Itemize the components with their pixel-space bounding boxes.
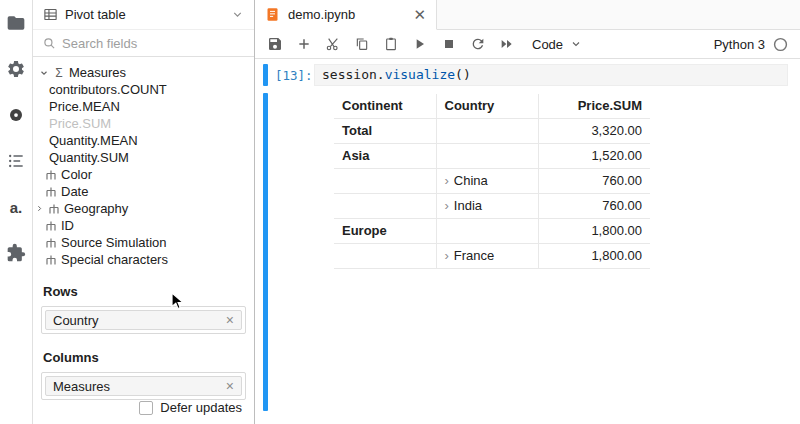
tree-item-hierarchy[interactable]: Source Simulation (33, 234, 254, 251)
columns-drop-zone[interactable]: Measures × (41, 372, 246, 400)
hierarchy-icon (48, 203, 60, 215)
notebook-file-icon (265, 7, 280, 22)
tree-item-measure[interactable]: Quantity.MEAN (33, 132, 254, 149)
chevron-right-icon[interactable] (35, 204, 44, 213)
search-icon (43, 37, 56, 50)
tree-item-measure[interactable]: Price.MEAN (33, 98, 254, 115)
pivot-editor-panel: Pivot table Σ Measures contributors.COUN… (33, 0, 254, 424)
tree-item-measure[interactable]: contributors.COUNT (33, 81, 254, 98)
file-browser-icon[interactable] (5, 12, 27, 34)
tree-item-measures[interactable]: Σ Measures (33, 64, 254, 81)
column-header: Price.SUM (538, 94, 650, 118)
chevron-down-icon[interactable] (39, 68, 49, 78)
cell-type-value: Code (532, 37, 563, 52)
notebook-area: demo.ipynb ✕ (255, 0, 800, 424)
tree-item-measure[interactable]: Quantity.SUM (33, 149, 254, 166)
tree-item-measure-disabled[interactable]: Price.SUM (33, 115, 254, 132)
widget-type-select[interactable]: Pivot table (33, 0, 254, 30)
hierarchy-icon (45, 186, 57, 198)
paste-cells-button[interactable] (383, 36, 399, 52)
tree-item-hierarchy[interactable]: Date (33, 183, 254, 200)
table-of-contents-icon[interactable] (5, 150, 27, 172)
run-cell-button[interactable] (412, 36, 428, 52)
table-row: Europe 1,800.00 (334, 218, 650, 243)
defer-updates-row: Defer updates (33, 400, 254, 424)
sigma-icon: Σ (53, 66, 65, 80)
hierarchy-icon (45, 254, 57, 266)
rows-drop-zone[interactable]: Country × (41, 306, 246, 334)
remove-field-icon[interactable]: × (226, 379, 234, 393)
table-row: ›China 760.00 (334, 168, 650, 193)
rows-section-label: Rows (33, 284, 254, 300)
code-cell-input: [13]: session.visualize() (263, 64, 788, 86)
kernel-idle-icon[interactable] (773, 37, 788, 52)
code-object: session. (322, 67, 385, 82)
tree-item-hierarchy[interactable]: Color (33, 166, 254, 183)
tree-item-hierarchy[interactable]: Special characters (33, 251, 254, 268)
code-call: () (455, 67, 471, 82)
save-button[interactable] (267, 36, 283, 52)
hierarchy-icon (45, 169, 57, 181)
insert-cell-button[interactable] (296, 36, 312, 52)
input-prompt: [13]: (268, 64, 314, 86)
defer-updates-label: Defer updates (160, 400, 242, 415)
tree-item-hierarchy[interactable]: ID (33, 217, 254, 234)
atoti-logo-text: a. (10, 199, 23, 216)
notebook-content: [13]: session.visualize() Continent Coun… (255, 59, 800, 424)
column-header: Continent (334, 94, 436, 118)
hierarchy-icon (45, 237, 57, 249)
code-cell-output: Continent Country Price.SUM Total 3,320.… (263, 93, 788, 411)
tree-item-label: Measures (69, 65, 126, 80)
close-tab-icon[interactable]: ✕ (413, 6, 426, 24)
search-fields-input[interactable] (62, 36, 244, 51)
restart-run-all-button[interactable] (499, 36, 515, 52)
table-row: ›India 760.00 (334, 193, 650, 218)
pivot-table-icon (43, 7, 58, 22)
tab-demo-ipynb[interactable]: demo.ipynb ✕ (255, 0, 437, 30)
app-window: a. Pivot table Σ Measures contributors.C… (0, 0, 800, 424)
defer-updates-checkbox[interactable] (139, 401, 153, 415)
widget-type-label: Pivot table (65, 7, 224, 22)
kernel-status-area: Python 3 (714, 37, 788, 52)
remove-field-icon[interactable]: × (226, 313, 234, 327)
activity-bar: a. (0, 0, 33, 424)
code-editor[interactable]: session.visualize() (314, 64, 788, 86)
fields-tree: Σ Measures contributors.COUNT Price.MEAN… (33, 57, 254, 268)
expand-caret-icon[interactable]: › (445, 198, 449, 213)
chip-label: Country (53, 313, 226, 328)
chip-label: Measures (53, 379, 226, 394)
columns-field-chip[interactable]: Measures × (45, 376, 242, 396)
chevron-down-icon (231, 8, 244, 21)
search-fields-box (33, 30, 254, 57)
chevron-down-icon (570, 38, 582, 50)
output-area: Continent Country Price.SUM Total 3,320.… (268, 93, 788, 411)
cell-type-select[interactable]: Code (532, 37, 582, 52)
atoti-icon[interactable]: a. (5, 196, 27, 218)
copy-cells-button[interactable] (354, 36, 370, 52)
expand-caret-icon[interactable]: › (445, 173, 449, 188)
columns-section-label: Columns (33, 350, 254, 366)
table-header-row: Continent Country Price.SUM (334, 94, 650, 118)
extension-manager-icon[interactable] (5, 242, 27, 264)
tab-bar: demo.ipynb ✕ (255, 0, 800, 30)
table-row: ›France 1,800.00 (334, 243, 650, 268)
restart-kernel-button[interactable] (470, 36, 486, 52)
running-sessions-icon[interactable] (5, 104, 27, 126)
pivot-table-widget: Continent Country Price.SUM Total 3,320.… (334, 94, 650, 269)
code-method: visualize (385, 67, 455, 82)
table-row: Asia 1,520.00 (334, 143, 650, 168)
rows-field-chip[interactable]: Country × (45, 310, 242, 330)
cut-cells-button[interactable] (325, 36, 341, 52)
tab-title: demo.ipynb (288, 7, 405, 22)
kernel-name[interactable]: Python 3 (714, 37, 765, 52)
expand-caret-icon[interactable]: › (445, 248, 449, 263)
column-header: Country (436, 94, 538, 118)
hierarchy-icon (45, 220, 57, 232)
interrupt-kernel-button[interactable] (441, 36, 457, 52)
notebook-toolbar: Code Python 3 (255, 30, 800, 59)
settings-icon[interactable] (5, 58, 27, 80)
table-row: Total 3,320.00 (334, 118, 650, 143)
tree-item-hierarchy-expandable[interactable]: Geography (33, 200, 254, 217)
